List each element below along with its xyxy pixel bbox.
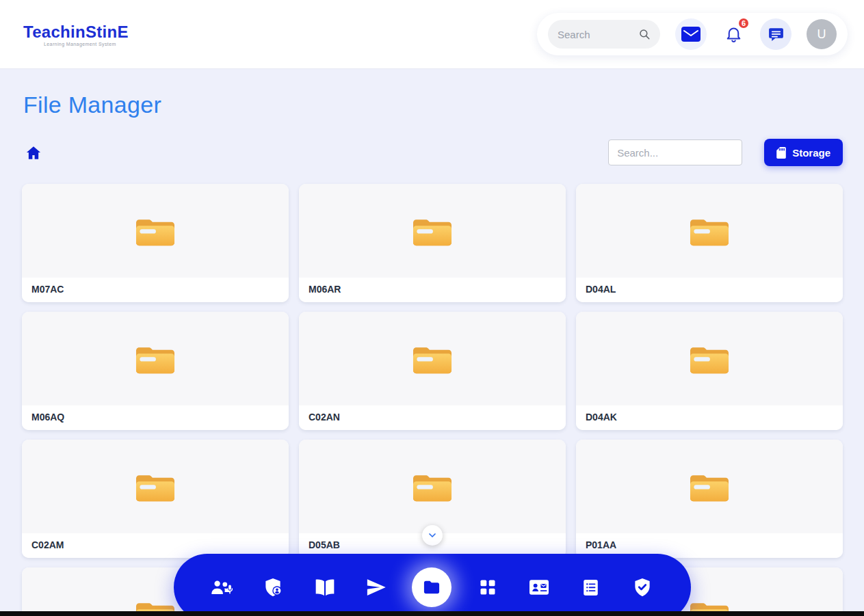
folder-card-top xyxy=(299,440,566,533)
storage-button[interactable]: Storage xyxy=(764,139,843,166)
folder-card[interactable]: M07AC xyxy=(22,184,289,302)
nav-contacts[interactable] xyxy=(523,572,555,603)
apps-grid-icon xyxy=(478,578,497,597)
folder-icon xyxy=(690,215,729,247)
app-logo-text: TeachinStinE xyxy=(23,23,129,42)
shield-check-icon xyxy=(632,577,653,598)
folder-icon xyxy=(413,215,452,247)
folder-card[interactable]: D04AL xyxy=(576,184,843,302)
folder-card-top xyxy=(22,440,289,533)
folder-icon xyxy=(135,343,175,375)
mail-button[interactable] xyxy=(675,18,707,50)
folder-card[interactable]: P01AA xyxy=(576,440,843,558)
folder-card-top xyxy=(22,312,289,405)
home-button[interactable] xyxy=(25,144,42,161)
page-title: File Manager xyxy=(23,92,864,118)
header-actions: 6 U xyxy=(537,13,848,55)
folder-search-input[interactable] xyxy=(608,139,742,165)
mail-icon xyxy=(681,27,701,42)
live-class-icon xyxy=(211,576,233,598)
folder-grid: M07AC M06AR D04AL M06AQ C02AN D04AK xyxy=(22,184,843,616)
folder-name: M06AQ xyxy=(22,405,289,430)
contact-card-icon xyxy=(528,576,550,598)
folder-icon xyxy=(135,470,175,503)
folder-icon xyxy=(690,470,729,503)
nav-user-shield[interactable] xyxy=(257,572,289,603)
folder-name: C02AN xyxy=(299,405,566,430)
folder-name: M07AC xyxy=(22,278,289,302)
global-search-input[interactable] xyxy=(558,29,633,40)
folder-icon xyxy=(413,470,452,503)
storage-button-label: Storage xyxy=(792,147,830,159)
nav-library[interactable] xyxy=(309,572,341,603)
toolbar-right: Storage xyxy=(608,139,843,166)
paper-plane-icon xyxy=(366,577,387,598)
nav-live-class[interactable] xyxy=(206,572,237,603)
folder-card-top xyxy=(22,184,289,278)
app-logo[interactable]: TeachinStinE Learning Management System xyxy=(23,23,129,46)
book-open-icon xyxy=(314,576,336,598)
folder-card-top xyxy=(299,312,566,405)
search-icon xyxy=(638,28,651,40)
folder-card-top xyxy=(576,440,843,533)
folder-icon xyxy=(135,215,175,247)
folder-name: D04AK xyxy=(576,405,843,430)
bottom-edge-bar xyxy=(0,611,864,616)
home-icon xyxy=(26,146,41,160)
folder-icon xyxy=(690,343,729,375)
folder-card[interactable]: D05AB xyxy=(299,440,566,558)
folder-card-top xyxy=(576,312,843,405)
folder-card[interactable]: D04AK xyxy=(576,312,843,430)
folder-card-top xyxy=(299,184,566,278)
folder-name: M06AR xyxy=(299,278,566,302)
folder-card[interactable]: M06AR xyxy=(299,184,566,302)
nav-reports[interactable] xyxy=(575,572,607,603)
chevron-down-icon xyxy=(427,530,438,541)
folder-icon xyxy=(413,343,452,375)
chat-icon xyxy=(768,26,785,43)
report-list-icon xyxy=(581,578,601,598)
nav-send[interactable] xyxy=(361,572,392,603)
nav-security[interactable] xyxy=(627,572,658,603)
folder-card[interactable]: C02AM xyxy=(22,440,289,558)
storage-icon xyxy=(776,147,786,159)
notification-badge: 6 xyxy=(737,17,750,29)
bottom-nav-dock xyxy=(174,554,691,616)
notifications-button[interactable]: 6 xyxy=(722,21,745,47)
app-logo-tagline: Learning Management System xyxy=(44,42,129,46)
global-search[interactable] xyxy=(548,20,660,49)
nav-file-manager[interactable] xyxy=(412,567,451,607)
top-header: TeachinStinE Learning Management System xyxy=(0,0,864,68)
folder-nav-icon xyxy=(422,578,441,597)
nav-apps[interactable] xyxy=(472,572,503,603)
folder-name: D04AL xyxy=(576,278,843,302)
user-avatar[interactable]: U xyxy=(807,19,837,49)
file-toolbar: Storage xyxy=(25,139,843,166)
folder-card[interactable]: C02AN xyxy=(299,312,566,430)
folder-card-top xyxy=(576,184,843,278)
user-shield-icon xyxy=(263,577,283,598)
folder-card[interactable]: M06AQ xyxy=(22,312,289,430)
chat-button[interactable] xyxy=(760,18,791,50)
load-more-button[interactable] xyxy=(422,525,443,546)
